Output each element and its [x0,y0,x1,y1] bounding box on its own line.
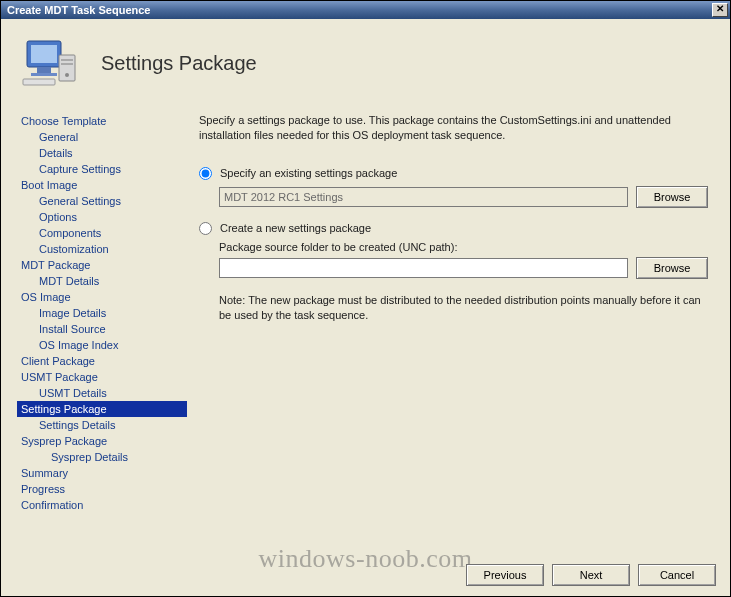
nav-choose-template[interactable]: Choose Template [17,113,187,129]
nav-os-image[interactable]: OS Image [17,289,187,305]
nav-general-settings[interactable]: General Settings [17,193,187,209]
unc-path-label: Package source folder to be created (UNC… [219,241,708,253]
nav-general[interactable]: General [17,129,187,145]
next-button[interactable]: Next [552,564,630,586]
svg-rect-5 [61,59,73,61]
main-panel: Specify a settings package to use. This … [199,103,714,513]
nav-install-source[interactable]: Install Source [17,321,187,337]
nav-client-package[interactable]: Client Package [17,353,187,369]
nav-options[interactable]: Options [17,209,187,225]
nav-settings-package[interactable]: Settings Package [17,401,187,417]
browse-existing-button[interactable]: Browse [636,186,708,208]
cancel-button[interactable]: Cancel [638,564,716,586]
titlebar: Create MDT Task Sequence ✕ [1,1,730,19]
nav-sysprep-package[interactable]: Sysprep Package [17,433,187,449]
svg-point-7 [65,73,69,77]
nav-capture-settings[interactable]: Capture Settings [17,161,187,177]
radio-existing-package[interactable] [199,167,212,180]
computer-icon [21,37,81,89]
nav-os-image-index[interactable]: OS Image Index [17,337,187,353]
page-title: Settings Package [101,52,257,75]
nav-confirmation[interactable]: Confirmation [17,497,187,513]
svg-rect-8 [23,79,55,85]
header: Settings Package [1,19,730,103]
nav-mdt-package[interactable]: MDT Package [17,257,187,273]
nav-components[interactable]: Components [17,225,187,241]
existing-package-field [219,187,628,207]
note-text: Note: The new package must be distribute… [219,293,708,323]
nav-mdt-details[interactable]: MDT Details [17,273,187,289]
footer-buttons: Previous Next Cancel [466,564,716,586]
radio-existing-label: Specify an existing settings package [220,167,397,179]
nav-sysprep-details[interactable]: Sysprep Details [17,449,187,465]
watermark: windows-noob.com [259,544,473,574]
wizard-nav: Choose Template General Details Capture … [17,103,187,513]
nav-summary[interactable]: Summary [17,465,187,481]
window-title: Create MDT Task Sequence [7,4,150,16]
svg-rect-6 [61,63,73,65]
svg-rect-2 [37,67,51,73]
svg-rect-3 [31,73,57,76]
nav-image-details[interactable]: Image Details [17,305,187,321]
intro-text: Specify a settings package to use. This … [199,113,708,143]
nav-settings-details[interactable]: Settings Details [17,417,187,433]
nav-boot-image[interactable]: Boot Image [17,177,187,193]
nav-usmt-details[interactable]: USMT Details [17,385,187,401]
svg-rect-1 [31,45,57,63]
radio-new-package[interactable] [199,222,212,235]
nav-progress[interactable]: Progress [17,481,187,497]
nav-details[interactable]: Details [17,145,187,161]
nav-customization[interactable]: Customization [17,241,187,257]
browse-new-button[interactable]: Browse [636,257,708,279]
unc-path-field[interactable] [219,258,628,278]
radio-new-label: Create a new settings package [220,222,371,234]
previous-button[interactable]: Previous [466,564,544,586]
close-button[interactable]: ✕ [712,3,728,17]
nav-usmt-package[interactable]: USMT Package [17,369,187,385]
svg-rect-4 [59,55,75,81]
